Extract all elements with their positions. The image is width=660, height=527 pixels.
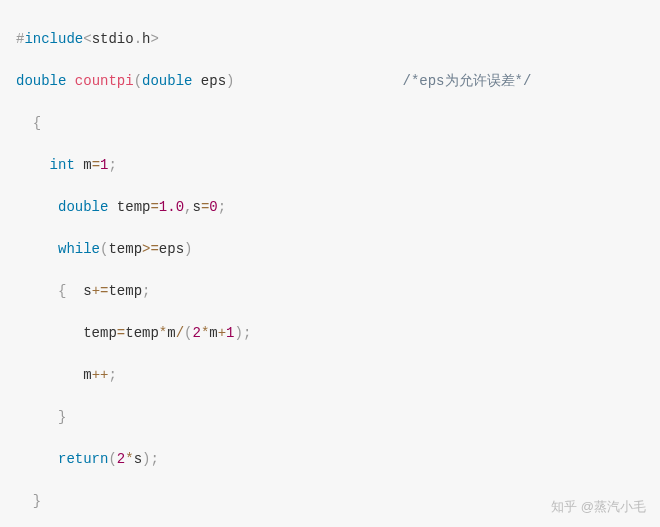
token: < <box>83 31 91 47</box>
token: m <box>75 157 92 173</box>
token <box>16 409 58 425</box>
token: = <box>92 157 100 173</box>
token: 2 <box>117 451 125 467</box>
token: > <box>150 31 158 47</box>
token: ; <box>150 451 158 467</box>
code-line: double countpi(double eps) /*eps为允许误差*/ <box>16 71 660 92</box>
token: ( <box>108 451 116 467</box>
token <box>16 241 58 257</box>
token: ; <box>142 283 150 299</box>
token <box>16 325 83 341</box>
code-line: #include<stdio.h> <box>16 29 660 50</box>
code-line: while(temp>=eps) <box>16 239 660 260</box>
token <box>16 199 58 215</box>
token: ) <box>184 241 192 257</box>
token: 1.0 <box>159 199 184 215</box>
token: s <box>192 199 200 215</box>
token: * <box>125 451 133 467</box>
token: temp <box>108 283 142 299</box>
token: double <box>142 73 192 89</box>
code-line: temp=temp*m/(2*m+1); <box>16 323 660 344</box>
token: . <box>134 31 142 47</box>
token <box>16 157 50 173</box>
token: { <box>33 115 41 131</box>
token: return <box>58 451 108 467</box>
token: } <box>58 409 66 425</box>
token: int <box>50 157 75 173</box>
token: + <box>218 325 226 341</box>
token <box>234 73 402 89</box>
token: 1 <box>226 325 234 341</box>
code-line: { s+=temp; <box>16 281 660 302</box>
token: temp <box>108 241 142 257</box>
token: s <box>134 451 142 467</box>
code-line: int m=1; <box>16 155 660 176</box>
token: ; <box>108 157 116 173</box>
token: m <box>209 325 217 341</box>
token: double <box>16 73 66 89</box>
code-line: } <box>16 407 660 428</box>
token: >= <box>142 241 159 257</box>
token <box>16 493 33 509</box>
token: ( <box>134 73 142 89</box>
token <box>66 73 74 89</box>
token: countpi <box>75 73 134 89</box>
token: temp <box>108 199 150 215</box>
token <box>16 115 33 131</box>
token: m <box>167 325 175 341</box>
token: /*eps为允许误差*/ <box>403 73 532 89</box>
token: 2 <box>192 325 200 341</box>
token: 0 <box>209 199 217 215</box>
token: double <box>58 199 108 215</box>
token: ; <box>108 367 116 383</box>
token: temp <box>125 325 159 341</box>
code-line: } <box>16 491 660 512</box>
token: s <box>66 283 91 299</box>
code-line: m++; <box>16 365 660 386</box>
token: eps <box>192 73 226 89</box>
code-block: #include<stdio.h> double countpi(double … <box>0 0 660 527</box>
token: include <box>24 31 83 47</box>
token <box>16 367 83 383</box>
token: * <box>159 325 167 341</box>
token: = <box>117 325 125 341</box>
token: stdio <box>92 31 134 47</box>
token: += <box>92 283 109 299</box>
token <box>16 451 58 467</box>
code-line: { <box>16 113 660 134</box>
token: } <box>33 493 41 509</box>
token: m <box>83 367 91 383</box>
token: / <box>176 325 184 341</box>
code-line: double temp=1.0,s=0; <box>16 197 660 218</box>
token: temp <box>83 325 117 341</box>
token: ; <box>218 199 226 215</box>
token: while <box>58 241 100 257</box>
token: ++ <box>92 367 109 383</box>
token: eps <box>159 241 184 257</box>
token: ) <box>235 325 243 341</box>
token: = <box>150 199 158 215</box>
code-line: return(2*s); <box>16 449 660 470</box>
token <box>16 283 58 299</box>
token: ; <box>243 325 251 341</box>
